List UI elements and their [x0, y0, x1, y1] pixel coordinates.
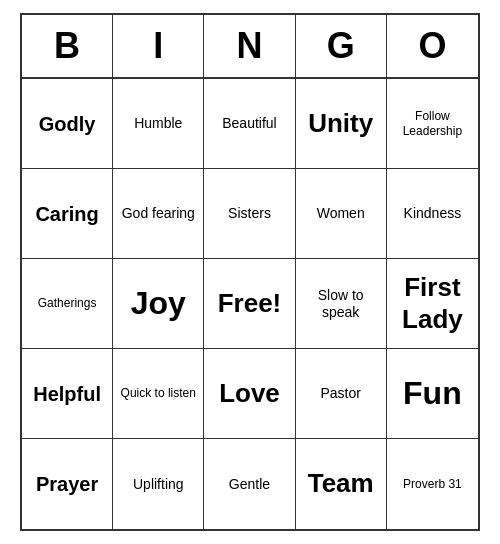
- bingo-header: BINGO: [22, 15, 478, 79]
- bingo-cell: Gatherings: [22, 259, 113, 349]
- bingo-cell: Beautiful: [204, 79, 295, 169]
- header-letter: N: [204, 15, 295, 77]
- bingo-cell: Joy: [113, 259, 204, 349]
- bingo-cell: Godly: [22, 79, 113, 169]
- header-letter: I: [113, 15, 204, 77]
- bingo-cell: Helpful: [22, 349, 113, 439]
- header-letter: B: [22, 15, 113, 77]
- bingo-cell: Free!: [204, 259, 295, 349]
- bingo-cell: Team: [296, 439, 387, 529]
- bingo-cell: God fearing: [113, 169, 204, 259]
- bingo-cell: Unity: [296, 79, 387, 169]
- bingo-cell: Fun: [387, 349, 478, 439]
- bingo-cell: Prayer: [22, 439, 113, 529]
- bingo-cell: Kindness: [387, 169, 478, 259]
- header-letter: O: [387, 15, 478, 77]
- bingo-cell: Humble: [113, 79, 204, 169]
- bingo-cell: Sisters: [204, 169, 295, 259]
- header-letter: G: [296, 15, 387, 77]
- bingo-cell: Love: [204, 349, 295, 439]
- bingo-cell: First Lady: [387, 259, 478, 349]
- bingo-cell: Follow Leadership: [387, 79, 478, 169]
- bingo-cell: Slow to speak: [296, 259, 387, 349]
- bingo-card: BINGO GodlyHumbleBeautifulUnityFollow Le…: [20, 13, 480, 531]
- bingo-cell: Pastor: [296, 349, 387, 439]
- bingo-cell: Uplifting: [113, 439, 204, 529]
- bingo-cell: Proverb 31: [387, 439, 478, 529]
- bingo-cell: Caring: [22, 169, 113, 259]
- bingo-cell: Gentle: [204, 439, 295, 529]
- bingo-cell: Quick to listen: [113, 349, 204, 439]
- bingo-grid: GodlyHumbleBeautifulUnityFollow Leadersh…: [22, 79, 478, 529]
- bingo-cell: Women: [296, 169, 387, 259]
